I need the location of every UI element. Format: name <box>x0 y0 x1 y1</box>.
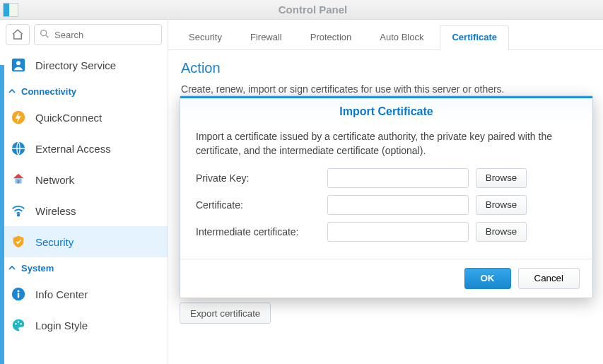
section-label: System <box>21 263 54 274</box>
browse-certificate-button[interactable]: Browse <box>476 195 527 215</box>
sidebar-item-label: Info Center <box>35 288 88 300</box>
chevron-up-icon <box>8 88 16 95</box>
svg-point-9 <box>18 290 20 292</box>
sidebar-section-connectivity[interactable]: Connectivity <box>0 81 168 102</box>
browse-private-key-button[interactable]: Browse <box>476 168 527 188</box>
sidebar-item-directory[interactable]: Directory Service <box>0 49 168 81</box>
palette-icon <box>10 317 27 334</box>
sidebar-item-network[interactable]: Network <box>0 164 168 195</box>
search-icon <box>39 28 50 40</box>
sidebar-item-security[interactable]: Security <box>0 226 168 257</box>
sidebar-item-label: Wireless <box>35 205 76 217</box>
tab-bar: Security Firewall Protection Auto Block … <box>168 20 603 50</box>
network-icon <box>10 171 27 188</box>
intermediate-label: Intermediate certificate: <box>196 226 327 237</box>
cancel-button[interactable]: Cancel <box>518 268 580 289</box>
dialog-title: Import Certificate <box>187 105 585 118</box>
svg-point-13 <box>20 323 21 324</box>
svg-rect-6 <box>18 180 20 184</box>
intermediate-field[interactable] <box>327 222 469 242</box>
certificate-field[interactable] <box>327 195 469 215</box>
sidebar-item-external[interactable]: External Access <box>0 133 168 164</box>
globe-icon <box>10 140 27 157</box>
search-input[interactable] <box>34 24 162 45</box>
svg-point-0 <box>41 30 47 36</box>
svg-point-7 <box>18 214 19 216</box>
certificate-label: Certificate: <box>196 199 327 211</box>
sidebar-item-label: Directory Service <box>35 59 116 71</box>
wifi-icon <box>10 202 27 219</box>
svg-point-11 <box>15 323 16 324</box>
tab-firewall[interactable]: Firewall <box>238 25 294 49</box>
sidebar-item-label: Network <box>35 174 74 186</box>
sidebar-item-wireless[interactable]: Wireless <box>0 195 168 226</box>
section-label: Connectivity <box>21 86 76 97</box>
svg-point-12 <box>18 321 19 322</box>
tab-autoblock[interactable]: Auto Block <box>368 25 435 49</box>
app-icon <box>3 3 18 17</box>
browse-intermediate-button[interactable]: Browse <box>476 222 527 242</box>
import-certificate-dialog: Import Certificate Import a certificate … <box>180 95 593 298</box>
ok-button[interactable]: OK <box>464 268 511 289</box>
section-heading: Action <box>181 60 590 76</box>
sidebar-item-label: QuickConnect <box>35 112 102 124</box>
sidebar-item-info[interactable]: Info Center <box>0 278 168 310</box>
quickconnect-icon <box>10 109 27 126</box>
dialog-intro: Import a certificate issued by a certifi… <box>196 129 577 158</box>
svg-point-2 <box>16 61 21 65</box>
section-desc: Create, renew, import or sign certificat… <box>181 83 590 95</box>
chevron-up-icon <box>8 264 16 271</box>
tab-certificate[interactable]: Certificate <box>440 25 509 49</box>
sidebar-item-login[interactable]: Login Style <box>0 310 168 341</box>
private-key-field[interactable] <box>327 168 469 188</box>
sidebar-item-quickconnect[interactable]: QuickConnect <box>0 102 168 133</box>
sidebar: Directory Service Connectivity QuickConn… <box>0 20 168 364</box>
tab-protection[interactable]: Protection <box>298 25 364 49</box>
svg-rect-10 <box>18 293 19 298</box>
sidebar-accent <box>0 65 4 364</box>
info-icon <box>10 286 27 303</box>
sidebar-item-label: Security <box>35 236 74 248</box>
home-button[interactable] <box>6 24 30 45</box>
window-title: Control Panel <box>23 4 603 16</box>
home-icon <box>11 28 24 41</box>
sidebar-section-system[interactable]: System <box>0 257 168 278</box>
person-icon <box>10 57 27 74</box>
export-certificate-button[interactable]: Export certificate <box>180 303 271 324</box>
shield-icon <box>10 233 27 250</box>
sidebar-item-label: Login Style <box>35 319 88 331</box>
tab-security[interactable]: Security <box>177 25 234 49</box>
private-key-label: Private Key: <box>196 172 327 184</box>
titlebar: Control Panel <box>0 0 603 20</box>
sidebar-item-label: External Access <box>35 143 111 155</box>
